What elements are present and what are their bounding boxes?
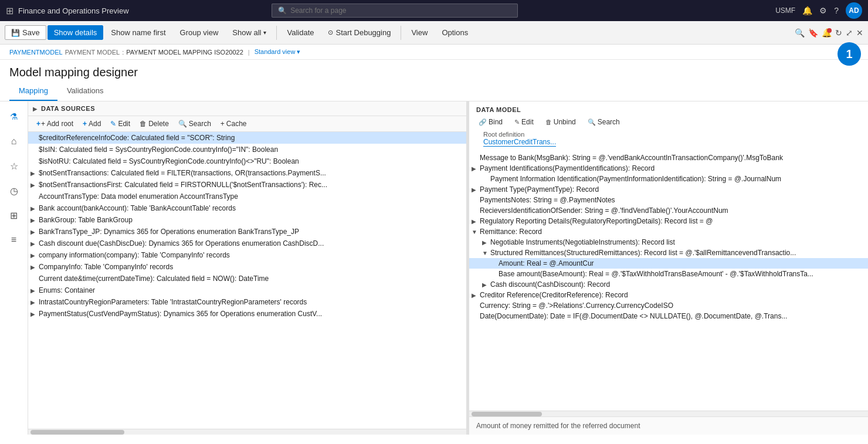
dm-item-8[interactable]: ▶ Negotiable Instruments(NegotiableInstr… <box>469 237 868 248</box>
ds-item-1[interactable]: $IsIN: Calculated field = SysCountryRegi… <box>28 144 466 155</box>
toolbar: 💾 Save Show details Show name first Grou… <box>0 21 868 45</box>
search-toolbar-icon[interactable]: 🔍 <box>795 28 805 38</box>
help-icon[interactable]: ? <box>834 6 839 15</box>
expand-icon-10: ▶ <box>30 252 39 259</box>
sidebar-star-icon[interactable]: ☆ <box>4 155 25 177</box>
ds-item-0[interactable]: $creditorReferenceInfoCode: Calculated f… <box>28 132 466 144</box>
dm-item-15[interactable]: Date(DocumentDate): Date = IF(@.Document… <box>469 311 868 321</box>
dm-item-3[interactable]: ▶ Payment Type(PaymentType): Record <box>469 184 868 195</box>
breadcrumb-sep3: | <box>248 49 250 56</box>
page-header: Model mapping designer <box>0 60 868 82</box>
dm-item-11[interactable]: Base amount(BaseAmount): Real = @.'$TaxW… <box>469 269 868 279</box>
bell-icon[interactable]: 🔔 <box>802 6 812 15</box>
datasources-expand-icon[interactable]: ▶ <box>33 106 38 112</box>
expand-icon-4: ▶ <box>30 182 39 188</box>
tab-mapping[interactable]: Mapping <box>9 82 57 101</box>
ds-item-6[interactable]: ▶ Bank account(bankAccount): Table 'Bank… <box>28 202 466 214</box>
datamodel-actions: 🔗 Bind ✎ Edit 🗑 Unbind 🔍 Search <box>476 117 861 127</box>
sidebar-filter-icon[interactable]: ⚗ <box>4 106 25 127</box>
show-name-first-button[interactable]: Show name first <box>104 25 172 40</box>
unbind-button[interactable]: 🗑 Unbind <box>543 117 578 127</box>
ds-item-14[interactable]: ▶ IntrastatCountryRegionParameters: Tabl… <box>28 296 466 308</box>
edit-ds-button[interactable]: ✎ Edit <box>107 118 134 129</box>
dm-item-12[interactable]: ▶ Cash discount(CashDiscount): Record <box>469 279 868 290</box>
ds-item-5[interactable]: AccountTransType: Data model enumeration… <box>28 191 466 202</box>
ds-item-7[interactable]: ▶ BankGroup: Table BankGroup <box>28 214 466 226</box>
tab-validations[interactable]: Validations <box>57 82 113 101</box>
search-dm-button[interactable]: 🔍 Search <box>585 117 622 127</box>
avatar[interactable]: AD <box>846 2 862 19</box>
bind-icon: 🔗 <box>479 118 487 126</box>
ds-item-2[interactable]: $isNotRU: Calculated field = SysCountryR… <box>28 155 466 167</box>
grid-nav-icon[interactable]: ⊞ <box>6 5 13 16</box>
validate-button[interactable]: Validate <box>280 25 320 40</box>
edit-dm-button[interactable]: ✎ Edit <box>512 117 536 127</box>
bookmark-icon[interactable]: 🔖 <box>808 28 818 38</box>
add-button[interactable]: + Add <box>79 118 104 129</box>
dm-item-10[interactable]: Amount: Real = @.AmountCur <box>469 258 868 269</box>
datasources-actions: + + Add root + Add ✎ Edit 🗑 Delete 🔍 Sea… <box>28 116 466 132</box>
breadcrumb-sep2: : <box>122 49 124 56</box>
user-region: USMF <box>775 6 795 15</box>
dm-item-13[interactable]: ▶ Creditor Reference(CreditorReference):… <box>469 290 868 300</box>
sidebar-grid-icon[interactable]: ⊞ <box>4 205 25 226</box>
sidebar-list-icon[interactable]: ≡ <box>4 229 25 250</box>
breadcrumb-sep1: PAYMENT MODEL <box>65 49 120 56</box>
dm-item-0[interactable]: Message to Bank(MsgBank): String = @.'ve… <box>469 152 868 163</box>
datasources-scrollbar-thumb[interactable] <box>30 430 124 435</box>
ds-item-10[interactable]: ▶ company information(company): Table 'C… <box>28 249 466 261</box>
ds-item-12[interactable]: Current date&time(currentDateTime): Calc… <box>28 273 466 284</box>
standard-view-link[interactable]: Standard view ▾ <box>255 48 301 56</box>
expand-icon-11: ▶ <box>30 264 39 270</box>
close-icon[interactable]: ✕ <box>856 28 863 38</box>
ds-item-11[interactable]: ▶ CompanyInfo: Table 'CompanyInfo' recor… <box>28 261 466 273</box>
save-icon: 💾 <box>11 29 20 37</box>
show-all-button[interactable]: Show all ▾ <box>226 25 273 40</box>
start-debugging-button[interactable]: ⊙ Start Debugging <box>321 25 397 40</box>
ds-item-9[interactable]: ▶ Cash discount due(CashDiscDue): Dynami… <box>28 238 466 249</box>
root-definition-value[interactable]: CustomerCreditTrans... <box>483 138 556 147</box>
expand-icon-14: ▶ <box>30 299 39 306</box>
app-title: Finance and Operations Preview <box>18 6 129 15</box>
page-title: Model mapping designer <box>9 66 859 79</box>
dm-item-6[interactable]: ▶ Regulatory Reporting Details(Regulator… <box>469 216 868 226</box>
expand-icon[interactable]: ⤢ <box>846 28 853 38</box>
delete-ds-button[interactable]: 🗑 Delete <box>136 118 172 129</box>
search-ds-icon: 🔍 <box>178 120 187 128</box>
settings-icon[interactable]: ⚙ <box>819 6 827 15</box>
toolbar-separator <box>276 26 277 40</box>
search-input[interactable] <box>290 6 511 15</box>
options-button[interactable]: Options <box>435 25 474 40</box>
breadcrumb-part1[interactable]: PAYMENTMODEL <box>9 49 63 56</box>
notif-icon[interactable]: 🔔 <box>822 28 832 38</box>
view-button[interactable]: View <box>405 25 434 40</box>
dm-item-7[interactable]: ▼ Remittance: Record <box>469 226 868 237</box>
dm-item-1[interactable]: ▶ Payment Identifications(PaymentIdentif… <box>469 163 868 174</box>
ds-item-8[interactable]: ▶ BankTransType_JP: Dynamics 365 for Ope… <box>28 226 466 238</box>
sidebar-clock-icon[interactable]: ◷ <box>4 180 25 201</box>
dm-item-4[interactable]: PaymentsNotes: String = @.PaymentNotes <box>469 195 868 205</box>
dm-item-14[interactable]: Currency: String = @.'>Relations'.Curren… <box>469 300 868 311</box>
dm-item-5[interactable]: RecieversIdentificationOfSender: String … <box>469 205 868 216</box>
toolbar-right-icons: 🔍 🔖 🔔 ↻ ⤢ ✕ <box>795 28 863 38</box>
breadcrumb: PAYMENTMODEL PAYMENT MODEL : PAYMENT MOD… <box>0 45 868 60</box>
group-view-button[interactable]: Group view <box>174 25 225 40</box>
cache-ds-button[interactable]: + Cache <box>217 118 250 129</box>
ds-item-15[interactable]: ▶ PaymentStatus(CustVendPaymStatus): Dyn… <box>28 308 466 320</box>
ds-item-3[interactable]: ▶ $notSentTransactions: Calculated field… <box>28 167 466 179</box>
dm-item-9[interactable]: ▼ Structured Remittances(StructuredRemit… <box>469 248 868 258</box>
ds-item-4[interactable]: ▶ $notSentTransactionsFirst: Calculated … <box>28 179 466 191</box>
show-details-button[interactable]: Show details <box>48 25 104 40</box>
ds-item-13[interactable]: ▶ Enums: Container <box>28 284 466 296</box>
sidebar-home-icon[interactable]: ⌂ <box>4 131 25 152</box>
datasources-scrollbar[interactable] <box>28 429 466 435</box>
datamodel-scrollbar[interactable] <box>469 411 868 416</box>
refresh-icon[interactable]: ↻ <box>835 28 842 38</box>
save-button[interactable]: 💾 Save <box>5 25 46 40</box>
search-ds-button[interactable]: 🔍 Search <box>175 118 215 129</box>
datamodel-scrollbar-thumb[interactable] <box>472 412 542 416</box>
bind-button[interactable]: 🔗 Bind <box>476 117 505 127</box>
add-root-button[interactable]: + + Add root <box>33 118 77 129</box>
expand-icon-13: ▶ <box>30 287 39 294</box>
dm-item-2[interactable]: Payment Information Identification(Payme… <box>469 174 868 184</box>
